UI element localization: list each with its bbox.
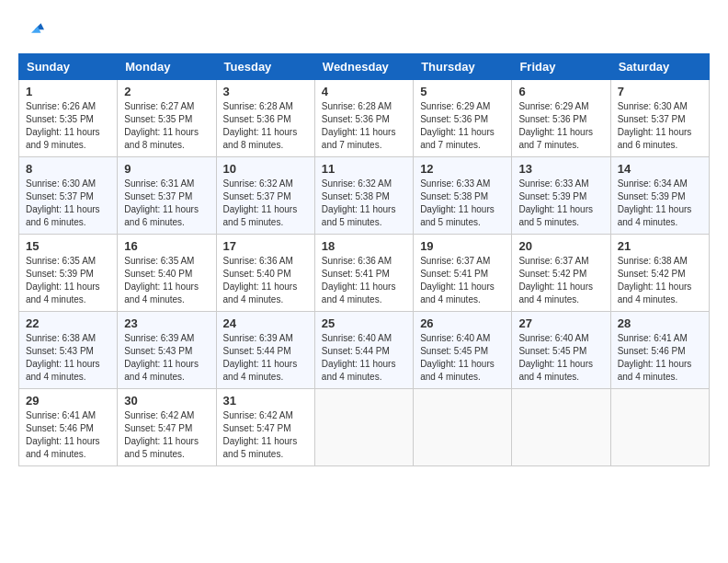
day-number: 9 — [124, 162, 209, 176]
day-number: 24 — [223, 316, 308, 330]
day-number: 20 — [518, 239, 603, 253]
day-number: 10 — [223, 162, 308, 176]
day-info: Sunrise: 6:41 AM Sunset: 5:46 PM Dayligh… — [618, 332, 702, 384]
day-info: Sunrise: 6:26 AM Sunset: 5:35 PM Dayligh… — [26, 100, 110, 152]
calendar-cell: 26Sunrise: 6:40 AM Sunset: 5:45 PM Dayli… — [414, 312, 512, 389]
calendar-cell: 21Sunrise: 6:38 AM Sunset: 5:42 PM Dayli… — [610, 235, 709, 312]
day-number: 1 — [26, 85, 110, 98]
day-info: Sunrise: 6:36 AM Sunset: 5:41 PM Dayligh… — [322, 255, 406, 306]
calendar-cell: 20Sunrise: 6:37 AM Sunset: 5:42 PM Dayli… — [512, 235, 610, 312]
calendar-cell — [512, 389, 610, 466]
calendar-cell: 25Sunrise: 6:40 AM Sunset: 5:44 PM Dayli… — [314, 312, 413, 389]
calendar-week-5: 29Sunrise: 6:41 AM Sunset: 5:46 PM Dayli… — [19, 389, 710, 466]
day-number: 23 — [124, 316, 209, 330]
day-number: 2 — [124, 85, 209, 98]
calendar-cell: 14Sunrise: 6:34 AM Sunset: 5:39 PM Dayli… — [610, 157, 709, 235]
day-info: Sunrise: 6:42 AM Sunset: 5:47 PM Dayligh… — [124, 409, 209, 461]
day-header-monday: Monday — [118, 54, 216, 80]
calendar-cell: 1Sunrise: 6:26 AM Sunset: 5:35 PM Daylig… — [19, 80, 118, 157]
day-number: 27 — [518, 316, 603, 330]
day-header-thursday: Thursday — [414, 54, 512, 80]
calendar-week-2: 8Sunrise: 6:30 AM Sunset: 5:37 PM Daylig… — [19, 157, 710, 235]
day-number: 31 — [223, 394, 308, 408]
day-number: 16 — [124, 239, 209, 253]
header-row: SundayMondayTuesdayWednesdayThursdayFrid… — [19, 54, 710, 80]
logo — [18, 18, 48, 44]
day-info: Sunrise: 6:33 AM Sunset: 5:39 PM Dayligh… — [518, 178, 603, 229]
calendar-cell: 22Sunrise: 6:38 AM Sunset: 5:43 PM Dayli… — [19, 312, 118, 389]
day-info: Sunrise: 6:38 AM Sunset: 5:43 PM Dayligh… — [26, 332, 110, 384]
day-info: Sunrise: 6:31 AM Sunset: 5:37 PM Dayligh… — [124, 178, 209, 229]
day-number: 17 — [223, 239, 308, 253]
day-info: Sunrise: 6:38 AM Sunset: 5:42 PM Dayligh… — [618, 255, 702, 306]
day-header-wednesday: Wednesday — [314, 54, 413, 80]
day-info: Sunrise: 6:32 AM Sunset: 5:37 PM Dayligh… — [223, 178, 308, 229]
calendar-cell: 19Sunrise: 6:37 AM Sunset: 5:41 PM Dayli… — [414, 235, 512, 312]
calendar-cell: 16Sunrise: 6:35 AM Sunset: 5:40 PM Dayli… — [118, 235, 216, 312]
day-info: Sunrise: 6:39 AM Sunset: 5:43 PM Dayligh… — [124, 332, 209, 384]
day-number: 28 — [618, 316, 702, 330]
day-info: Sunrise: 6:29 AM Sunset: 5:36 PM Dayligh… — [420, 100, 505, 152]
day-number: 3 — [223, 85, 308, 98]
day-info: Sunrise: 6:32 AM Sunset: 5:38 PM Dayligh… — [322, 178, 406, 229]
day-header-tuesday: Tuesday — [216, 54, 314, 80]
calendar-cell: 27Sunrise: 6:40 AM Sunset: 5:45 PM Dayli… — [512, 312, 610, 389]
day-header-friday: Friday — [512, 54, 610, 80]
calendar-cell: 7Sunrise: 6:30 AM Sunset: 5:37 PM Daylig… — [610, 80, 709, 157]
calendar-cell: 30Sunrise: 6:42 AM Sunset: 5:47 PM Dayli… — [118, 389, 216, 466]
calendar-cell: 9Sunrise: 6:31 AM Sunset: 5:37 PM Daylig… — [118, 157, 216, 235]
calendar-cell: 12Sunrise: 6:33 AM Sunset: 5:38 PM Dayli… — [414, 157, 512, 235]
calendar-cell: 17Sunrise: 6:36 AM Sunset: 5:40 PM Dayli… — [216, 235, 314, 312]
day-info: Sunrise: 6:40 AM Sunset: 5:44 PM Dayligh… — [322, 332, 406, 384]
day-number: 5 — [420, 85, 505, 98]
day-info: Sunrise: 6:30 AM Sunset: 5:37 PM Dayligh… — [26, 178, 110, 229]
day-number: 18 — [322, 239, 406, 253]
calendar-cell: 11Sunrise: 6:32 AM Sunset: 5:38 PM Dayli… — [314, 157, 413, 235]
day-info: Sunrise: 6:35 AM Sunset: 5:40 PM Dayligh… — [124, 255, 209, 306]
calendar-week-3: 15Sunrise: 6:35 AM Sunset: 5:39 PM Dayli… — [19, 235, 710, 312]
calendar-week-4: 22Sunrise: 6:38 AM Sunset: 5:43 PM Dayli… — [19, 312, 710, 389]
day-number: 14 — [618, 162, 702, 176]
day-number: 22 — [26, 316, 110, 330]
day-info: Sunrise: 6:36 AM Sunset: 5:40 PM Dayligh… — [223, 255, 308, 306]
calendar-cell: 3Sunrise: 6:28 AM Sunset: 5:36 PM Daylig… — [216, 80, 314, 157]
day-number: 26 — [420, 316, 505, 330]
calendar-cell: 18Sunrise: 6:36 AM Sunset: 5:41 PM Dayli… — [314, 235, 413, 312]
day-info: Sunrise: 6:39 AM Sunset: 5:44 PM Dayligh… — [223, 332, 308, 384]
day-number: 4 — [322, 85, 406, 98]
day-number: 29 — [26, 394, 110, 408]
day-number: 15 — [26, 239, 110, 253]
day-number: 11 — [322, 162, 406, 176]
calendar-cell: 6Sunrise: 6:29 AM Sunset: 5:36 PM Daylig… — [512, 80, 610, 157]
day-info: Sunrise: 6:41 AM Sunset: 5:46 PM Dayligh… — [26, 409, 110, 461]
day-info: Sunrise: 6:29 AM Sunset: 5:36 PM Dayligh… — [518, 100, 603, 152]
day-info: Sunrise: 6:40 AM Sunset: 5:45 PM Dayligh… — [420, 332, 505, 384]
day-info: Sunrise: 6:40 AM Sunset: 5:45 PM Dayligh… — [518, 332, 603, 384]
day-info: Sunrise: 6:37 AM Sunset: 5:42 PM Dayligh… — [518, 255, 603, 306]
day-number: 13 — [518, 162, 603, 176]
logo-icon — [18, 18, 44, 44]
calendar-cell: 15Sunrise: 6:35 AM Sunset: 5:39 PM Dayli… — [19, 235, 118, 312]
calendar-cell: 10Sunrise: 6:32 AM Sunset: 5:37 PM Dayli… — [216, 157, 314, 235]
calendar-cell — [610, 389, 709, 466]
day-number: 21 — [618, 239, 702, 253]
day-number: 8 — [26, 162, 110, 176]
page-header — [18, 18, 710, 44]
day-number: 19 — [420, 239, 505, 253]
day-info: Sunrise: 6:28 AM Sunset: 5:36 PM Dayligh… — [322, 100, 406, 152]
day-info: Sunrise: 6:42 AM Sunset: 5:47 PM Dayligh… — [223, 409, 308, 461]
day-info: Sunrise: 6:33 AM Sunset: 5:38 PM Dayligh… — [420, 178, 505, 229]
day-number: 30 — [124, 394, 209, 408]
day-info: Sunrise: 6:30 AM Sunset: 5:37 PM Dayligh… — [618, 100, 702, 152]
day-info: Sunrise: 6:28 AM Sunset: 5:36 PM Dayligh… — [223, 100, 308, 152]
calendar-cell: 29Sunrise: 6:41 AM Sunset: 5:46 PM Dayli… — [19, 389, 118, 466]
calendar-cell: 8Sunrise: 6:30 AM Sunset: 5:37 PM Daylig… — [19, 157, 118, 235]
calendar-cell: 13Sunrise: 6:33 AM Sunset: 5:39 PM Dayli… — [512, 157, 610, 235]
calendar-cell: 4Sunrise: 6:28 AM Sunset: 5:36 PM Daylig… — [314, 80, 413, 157]
calendar-cell: 2Sunrise: 6:27 AM Sunset: 5:35 PM Daylig… — [118, 80, 216, 157]
day-header-sunday: Sunday — [19, 54, 118, 80]
day-number: 12 — [420, 162, 505, 176]
calendar-cell — [314, 389, 413, 466]
day-header-saturday: Saturday — [610, 54, 709, 80]
day-number: 7 — [618, 85, 702, 98]
